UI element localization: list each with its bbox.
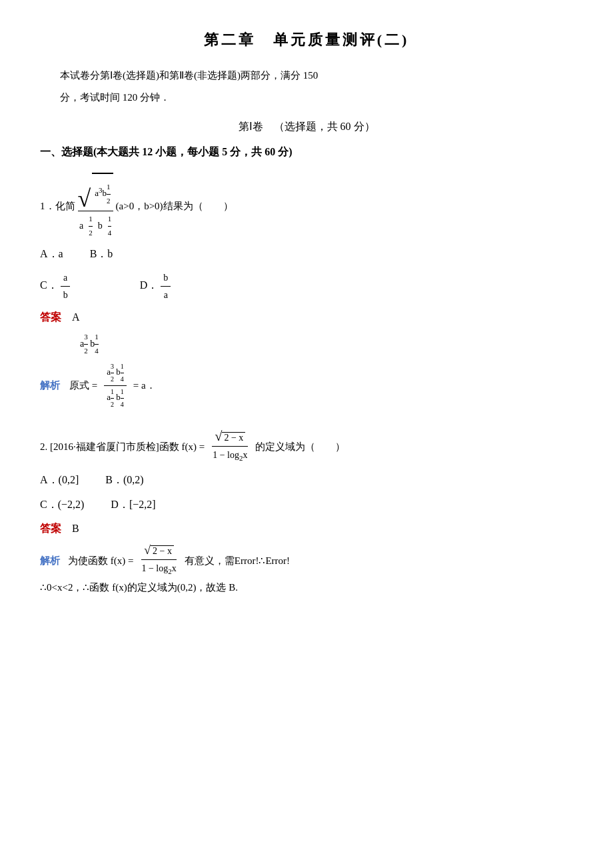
q2-options-row2: C．(−2,2) D．[−2,2] bbox=[40, 495, 573, 515]
q2-analysis-text1: 为使函数 f(x) = bbox=[68, 552, 133, 570]
q1-analysis-line: 解析 原式 = a32 b14 a12 b14 = a． bbox=[40, 361, 573, 411]
q2-main-fraction: √2 − x 1 − log2x bbox=[210, 429, 250, 465]
q1-condition: (a>0，b>0)结果为（ ） bbox=[116, 197, 233, 215]
q2-condition: 的定义域为（ ） bbox=[255, 438, 345, 456]
q1-analysis-expr-top: a32 b14 bbox=[80, 331, 573, 358]
q1-answer-line: 答案 A bbox=[40, 308, 573, 327]
q1-answer-value: A bbox=[72, 308, 80, 327]
q1-option-d: D．ba bbox=[140, 269, 174, 303]
q1-analysis-label: 解析 bbox=[40, 377, 60, 395]
q1-options-row1: A．a B．b bbox=[40, 245, 573, 264]
intro-paragraph-1: 本试卷分第Ⅰ卷(选择题)和第Ⅱ卷(非选择题)两部分，满分 150 bbox=[40, 67, 573, 85]
q2-analysis-text2: 有意义，需Error!∴Error! bbox=[185, 552, 290, 570]
q1-answer-label: 答案 bbox=[40, 308, 61, 327]
q2-answer-label: 答案 bbox=[40, 519, 61, 539]
intro-paragraph-2: 分，考试时间 120 分钟． bbox=[40, 89, 573, 107]
q1-prefix: 1．化简 bbox=[40, 197, 75, 215]
q2-analysis-block: 解析 为使函数 f(x) = √2 − x 1 − log2x 有意义，需Err… bbox=[40, 543, 573, 597]
q2-analysis-fraction: √2 − x 1 − log2x bbox=[139, 543, 179, 579]
q1-analysis-text: 原式 = bbox=[69, 377, 97, 395]
question-1: 1．化简 √ a3b12 a12 b14 (a>0，b>0)结果为（ ） A．a… bbox=[40, 173, 573, 411]
q1-option-c: C．ab bbox=[40, 269, 73, 303]
section1-title: 一、选择题(本大题共 12 小题，每小题 5 分，共 60 分) bbox=[40, 143, 573, 162]
q1-main-expression: √ a3b12 a12 b14 bbox=[78, 173, 113, 239]
section1-header: 第Ⅰ卷 （选择题，共 60 分） bbox=[40, 117, 573, 137]
q2-analysis-line1: 解析 为使函数 f(x) = √2 − x 1 − log2x 有意义，需Err… bbox=[40, 543, 573, 579]
q2-analysis-line2: ∴0<x<2，∴函数 f(x)的定义域为(0,2)，故选 B. bbox=[40, 579, 573, 597]
q2-analysis-label: 解析 bbox=[40, 552, 60, 570]
q1-option-a: A．a bbox=[40, 245, 63, 264]
q1-option-b: B．b bbox=[90, 245, 113, 264]
page-title: 第二章 单元质量测评(二) bbox=[40, 27, 573, 53]
q2-options-row1: A．(0,2] B．(0,2) bbox=[40, 471, 573, 490]
question-2: 2. [2016·福建省厦门市质检]函数 f(x) = √2 − x 1 − l… bbox=[40, 429, 573, 597]
q2-option-b: B．(0,2) bbox=[105, 471, 143, 490]
q2-answer-value: B bbox=[72, 519, 79, 539]
q2-option-c: C．(−2,2) bbox=[40, 495, 84, 515]
q2-option-d: D．[−2,2] bbox=[111, 495, 155, 515]
q2-prefix: 2. [2016·福建省厦门市质检]函数 f(x) = bbox=[40, 438, 205, 456]
q1-options-row2: C．ab D．ba bbox=[40, 269, 573, 303]
q2-question-line: 2. [2016·福建省厦门市质检]函数 f(x) = √2 − x 1 − l… bbox=[40, 429, 573, 465]
q2-option-a: A．(0,2] bbox=[40, 471, 79, 490]
q1-analysis-fraction: a32 b14 a12 b14 bbox=[104, 361, 127, 411]
q1-analysis-eq: = a． bbox=[133, 377, 156, 395]
q2-answer-line: 答案 B bbox=[40, 519, 573, 539]
